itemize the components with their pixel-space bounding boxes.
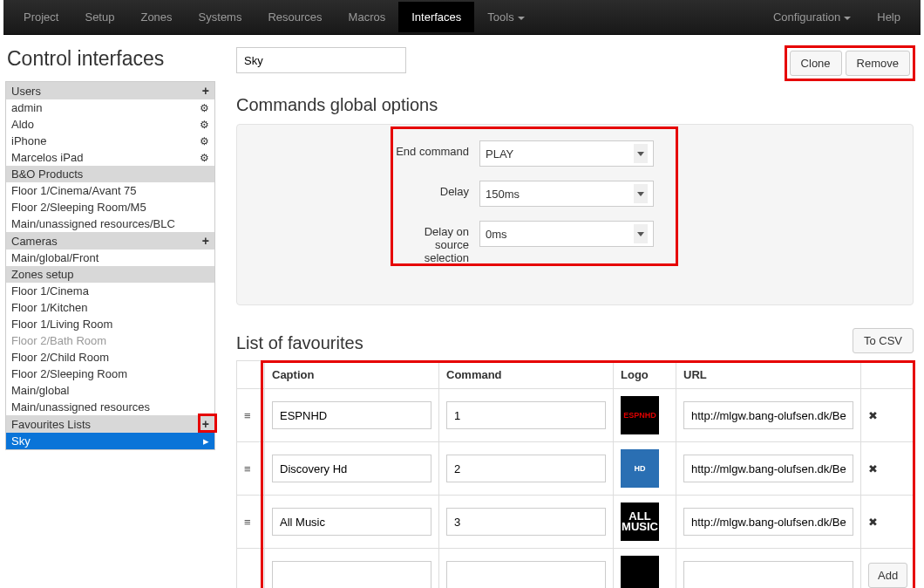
to-csv-button[interactable]: To CSV	[853, 328, 914, 353]
caption-input[interactable]	[272, 401, 431, 429]
list-item[interactable]: Floor 1/Cinema/Avant 75	[6, 182, 214, 199]
list-item[interactable]: Floor 2/Sleeping Room/M5	[6, 199, 214, 215]
logo-thumb[interactable]: HD	[621, 449, 659, 488]
table-row-new: Add	[237, 549, 914, 589]
chevron-down-icon	[634, 184, 648, 203]
list-item[interactable]: Main/unassigned resources	[6, 399, 214, 415]
caption-input[interactable]	[272, 455, 431, 482]
group-beo[interactable]: B&O Products	[6, 166, 214, 182]
col-command: Command	[439, 361, 614, 389]
end-command-select[interactable]: PLAY	[479, 140, 654, 167]
plus-icon[interactable]: +	[202, 234, 209, 248]
group-favourites[interactable]: Favourites Lists +	[6, 415, 214, 433]
drag-handle-icon[interactable]: ≡	[237, 442, 265, 496]
nav-resources[interactable]: Resources	[255, 2, 335, 32]
commands-options-heading: Commands global options	[236, 95, 914, 115]
group-zones-setup[interactable]: Zones setup	[6, 266, 214, 283]
chevron-down-icon	[844, 17, 851, 20]
caption-input[interactable]	[272, 508, 431, 536]
main-content: Clone Remove Commands global options End…	[226, 35, 924, 588]
favourites-heading: List of favourites	[236, 333, 363, 353]
nav-interfaces[interactable]: Interfaces	[398, 2, 474, 32]
top-navbar: Project Setup Zones Systems Resources Ma…	[3, 0, 921, 35]
logo-thumb[interactable]	[621, 556, 659, 588]
delay-source-label: Delay on source selection	[392, 221, 479, 264]
url-input[interactable]	[683, 561, 853, 588]
delete-button[interactable]: ✖	[861, 389, 914, 442]
sidebar-tree: Users + admin⚙ Aldo⚙ iPhone⚙ Marcelos iP…	[5, 81, 215, 450]
delay-label: Delay	[392, 181, 479, 198]
gear-icon[interactable]: ⚙	[200, 102, 209, 114]
url-input[interactable]	[683, 455, 853, 482]
list-item[interactable]: Main/global	[6, 382, 214, 399]
delay-source-select[interactable]: 0ms	[479, 221, 654, 247]
remove-button[interactable]: Remove	[846, 51, 910, 76]
drag-handle-icon[interactable]: ≡	[237, 389, 265, 442]
nav-zones[interactable]: Zones	[127, 2, 185, 32]
col-caption: Caption	[265, 361, 439, 389]
logo-thumb[interactable]: ESPNHD	[621, 396, 659, 434]
command-input[interactable]	[446, 401, 606, 429]
group-cameras[interactable]: Cameras+	[6, 232, 214, 250]
drag-handle-icon[interactable]: ≡	[237, 496, 265, 549]
add-button[interactable]: Add	[868, 563, 907, 588]
group-users[interactable]: Users +	[6, 82, 214, 99]
list-item[interactable]: Main/unassigned resources/BLC	[6, 215, 214, 232]
list-item[interactable]: Floor 2/Child Room	[6, 349, 214, 366]
gear-icon[interactable]: ⚙	[200, 152, 209, 164]
list-item[interactable]: Marcelos iPad⚙	[6, 149, 214, 166]
nav-project[interactable]: Project	[10, 2, 71, 32]
clone-button[interactable]: Clone	[790, 51, 842, 76]
gear-icon[interactable]: ⚙	[200, 135, 209, 147]
table-row: ≡ ESPNHD ✖	[237, 389, 914, 442]
nav-macros[interactable]: Macros	[336, 2, 399, 32]
col-url: URL	[676, 361, 861, 389]
end-command-label: End command	[392, 140, 479, 158]
chevron-right-icon: ▸	[203, 434, 209, 448]
chevron-down-icon	[634, 224, 648, 243]
plus-icon[interactable]: +	[202, 417, 209, 431]
command-input[interactable]	[446, 455, 606, 482]
list-item[interactable]: Floor 2/Sleeping Room	[6, 366, 214, 382]
nav-setup[interactable]: Setup	[71, 2, 127, 32]
list-item[interactable]: Floor 1/Kitchen	[6, 299, 214, 316]
list-item[interactable]: Floor 1/Living Room	[6, 316, 214, 332]
logo-thumb[interactable]: ALLMUSIC	[621, 503, 659, 541]
nav-help[interactable]: Help	[864, 2, 914, 32]
command-input[interactable]	[446, 508, 606, 536]
delay-select[interactable]: 150ms	[479, 181, 654, 207]
plus-icon[interactable]: +	[202, 84, 209, 98]
sidebar: Control interfaces Users + admin⚙ Aldo⚙ …	[0, 35, 226, 588]
delete-button[interactable]: ✖	[861, 496, 914, 549]
page-title: Control interfaces	[7, 47, 215, 71]
gear-icon[interactable]: ⚙	[200, 119, 209, 131]
url-input[interactable]	[683, 401, 853, 429]
list-item[interactable]: Main/global/Front	[6, 250, 214, 266]
chevron-down-icon	[634, 144, 648, 163]
nav-systems[interactable]: Systems	[186, 2, 255, 32]
col-logo: Logo	[614, 361, 676, 389]
nav-tools[interactable]: Tools	[474, 2, 537, 32]
caption-input[interactable]	[272, 561, 431, 588]
table-row: ≡ ALLMUSIC ✖	[237, 496, 914, 549]
nav-configuration[interactable]: Configuration	[760, 2, 864, 32]
list-item[interactable]: Floor 1/Cinema	[6, 283, 214, 299]
list-item[interactable]: admin⚙	[6, 99, 214, 116]
command-input[interactable]	[446, 561, 606, 588]
list-item[interactable]: iPhone⚙	[6, 133, 214, 149]
favourites-name-input[interactable]	[236, 47, 406, 73]
list-item[interactable]: Aldo⚙	[6, 116, 214, 133]
list-item-sky[interactable]: Sky ▸	[6, 433, 214, 449]
favourites-table: Caption Command Logo URL ≡ ESPNHD ✖	[236, 360, 914, 588]
delete-button[interactable]: ✖	[861, 442, 914, 496]
url-input[interactable]	[683, 508, 853, 536]
list-item[interactable]: Floor 2/Bath Room	[6, 332, 214, 349]
chevron-down-icon	[518, 17, 525, 20]
table-row: ≡ HD ✖	[237, 442, 914, 496]
